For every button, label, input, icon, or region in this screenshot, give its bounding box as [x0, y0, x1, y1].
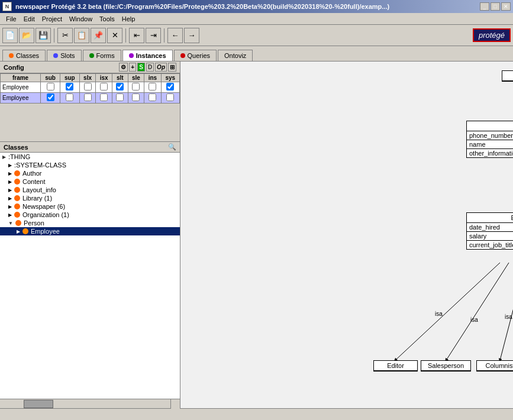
minimize-button[interactable]: _	[480, 2, 489, 11]
config-r1-sle[interactable]	[132, 83, 140, 91]
class-item-content[interactable]: ▶ Content	[0, 177, 180, 186]
col-sub: sub	[41, 74, 60, 82]
class-item-employee[interactable]: ▶ Employee	[0, 227, 180, 235]
class-item-newspaper[interactable]: ▶ Newspaper (6)	[0, 202, 180, 211]
tab-classes[interactable]: Classes	[2, 50, 46, 61]
save-button[interactable]: 💾	[36, 28, 51, 43]
class-author-label: Author	[22, 170, 41, 177]
menu-project[interactable]: Project	[38, 14, 66, 24]
diagram-area[interactable]: isa isa isa isa isa isa isa	[180, 62, 513, 408]
slots-tab-icon	[53, 53, 58, 58]
config-r1-sub[interactable]	[47, 83, 54, 91]
config-row-1-name: Employee	[1, 82, 41, 93]
tab-queries[interactable]: Queries	[174, 50, 217, 61]
config-r2-sup[interactable]	[66, 93, 73, 101]
employee-row-1: date_hired String	[467, 223, 513, 232]
copy-button[interactable]: 📋	[74, 28, 89, 43]
expand-newspaper-icon[interactable]: ▶	[8, 204, 12, 209]
main-content: Config ⚙ + S D Op ⊞ frame sub sup slx	[0, 62, 513, 408]
menu-edit[interactable]: Edit	[20, 14, 38, 24]
config-grid-icon[interactable]: ⊞	[168, 63, 176, 72]
config-r1-sys[interactable]	[166, 83, 174, 91]
col-sle: sle	[128, 74, 144, 82]
class-item-library[interactable]: ▶ Library (1)	[0, 194, 180, 202]
config-spacer	[0, 104, 180, 139]
class-item-author[interactable]: ▶ Author	[0, 169, 180, 177]
person-class-dot	[15, 220, 21, 226]
config-r2-sub[interactable]	[47, 93, 54, 101]
class-item-organization[interactable]: ▶ Organization (1)	[0, 211, 180, 219]
config-color-s[interactable]: S	[137, 63, 145, 72]
class-item-person[interactable]: ▼ Person	[0, 219, 180, 227]
uml-person: Person phone_number String name String o…	[466, 121, 513, 158]
employee-row-2: salary Float	[467, 232, 513, 241]
tab-instances[interactable]: Instances	[122, 50, 173, 61]
config-section-header: Config ⚙ + S D Op ⊞	[0, 62, 180, 73]
outdent-button[interactable]: ⇥	[146, 28, 161, 43]
maximize-button[interactable]: □	[491, 2, 500, 11]
forward-button[interactable]: →	[184, 28, 199, 43]
organization-class-dot	[14, 212, 20, 218]
delete-button[interactable]: ✕	[107, 28, 122, 43]
app-icon: N	[2, 2, 12, 11]
config-r1-slt[interactable]	[116, 83, 124, 91]
left-hscroll-thumb[interactable]	[24, 400, 53, 408]
config-op-icon[interactable]: Op	[155, 63, 167, 72]
new-button[interactable]: 📄	[2, 28, 18, 43]
isa-label-salesperson: isa	[470, 316, 478, 323]
left-hscroll-track[interactable]	[0, 399, 170, 408]
expand-organization-icon[interactable]: ▶	[8, 212, 12, 218]
window-controls[interactable]: _ □ ✕	[480, 2, 511, 11]
tab-classes-label: Classes	[16, 52, 39, 59]
menu-help[interactable]: Help	[118, 14, 139, 24]
close-button[interactable]: ✕	[501, 2, 511, 11]
config-r2-isx[interactable]	[100, 93, 108, 101]
cut-button[interactable]: ✂	[57, 28, 73, 43]
class-item-layout-info[interactable]: ▶ Layout_info	[0, 186, 180, 194]
config-color-d[interactable]: D	[146, 63, 154, 72]
expand-layoutinfo-icon[interactable]: ▶	[8, 188, 12, 193]
class-item-thing[interactable]: ▶ :THING	[0, 153, 180, 161]
expand-author-icon[interactable]: ▶	[8, 171, 12, 176]
class-item-system-class[interactable]: ▶ :SYSTEM-CLASS	[0, 161, 180, 169]
expand-system-icon[interactable]: ▶	[8, 163, 12, 168]
config-r1-isx[interactable]	[100, 83, 108, 91]
config-r1-sup[interactable]	[66, 83, 73, 91]
menu-window[interactable]: Window	[66, 14, 96, 24]
expand-library-icon[interactable]: ▶	[8, 196, 12, 201]
config-r2-slx[interactable]	[84, 93, 92, 101]
tab-slots[interactable]: Slots	[47, 50, 81, 61]
columnist-header: Columnist	[477, 361, 513, 371]
open-button[interactable]: 📂	[19, 28, 34, 43]
tab-forms[interactable]: Forms	[83, 50, 121, 61]
expand-person-icon[interactable]: ▼	[8, 221, 13, 226]
config-r2-sle[interactable]	[132, 93, 140, 101]
window-title: newspaper Protégé 3.2 beta (file:/C:/Pro…	[15, 3, 389, 10]
author-class-dot	[14, 170, 20, 176]
menu-file[interactable]: File	[2, 14, 20, 24]
expand-thing-icon[interactable]: ▶	[2, 154, 6, 160]
config-r2-sys[interactable]	[166, 93, 174, 101]
config-r2-slt[interactable]	[116, 93, 124, 101]
tab-ontoviz[interactable]: Ontoviz	[218, 50, 253, 61]
back-button[interactable]: ←	[167, 28, 183, 43]
menu-tools[interactable]: Tools	[96, 14, 118, 24]
isa-label-columnist: isa	[505, 314, 512, 320]
paste-button[interactable]: 📌	[91, 28, 106, 43]
config-add-icon[interactable]: +	[129, 63, 136, 72]
config-r1-slx[interactable]	[84, 83, 92, 91]
config-settings-icon[interactable]: ⚙	[119, 63, 128, 72]
forms-tab-icon	[89, 53, 94, 58]
employee-class-dot	[22, 228, 28, 234]
config-row-2-name: Employee	[1, 93, 41, 104]
config-r1-ins[interactable]	[149, 83, 156, 91]
class-content-label: Content	[22, 178, 46, 185]
expand-employee-icon[interactable]: ▶	[17, 229, 20, 234]
col-ins: ins	[144, 74, 161, 82]
menu-bar: File Edit Project Window Tools Help	[0, 13, 513, 25]
config-r2-ins[interactable]	[149, 93, 156, 101]
indent-button[interactable]: ⇤	[129, 28, 144, 43]
col-sys: sys	[161, 74, 179, 82]
expand-content-icon[interactable]: ▶	[8, 179, 12, 185]
classes-search-icon[interactable]: 🔍	[168, 143, 176, 151]
